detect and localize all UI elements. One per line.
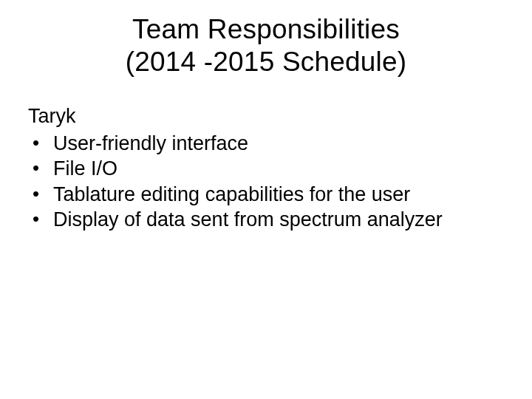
person-name: Taryk: [28, 103, 502, 129]
list-item: Display of data sent from spectrum analy…: [28, 207, 502, 233]
list-item-text: Tablature editing capabilities for the u…: [53, 183, 410, 205]
bullet-list: User-friendly interface File I/O Tablatu…: [28, 131, 502, 233]
list-item-text: File I/O: [53, 157, 117, 180]
list-item-text: Display of data sent from spectrum analy…: [53, 208, 443, 231]
slide-title: Team Responsibilities (2014 -2015 Schedu…: [0, 0, 532, 78]
slide-body: Taryk User-friendly interface File I/O T…: [28, 103, 502, 233]
list-item: User-friendly interface: [28, 131, 502, 157]
title-line-2: (2014 -2015 Schedule): [126, 47, 407, 77]
slide: Team Responsibilities (2014 -2015 Schedu…: [0, 0, 532, 399]
list-item: File I/O: [28, 156, 502, 182]
list-item: Tablature editing capabilities for the u…: [28, 182, 502, 208]
list-item-text: User-friendly interface: [53, 132, 248, 154]
title-line-1: Team Responsibilities: [132, 14, 400, 44]
